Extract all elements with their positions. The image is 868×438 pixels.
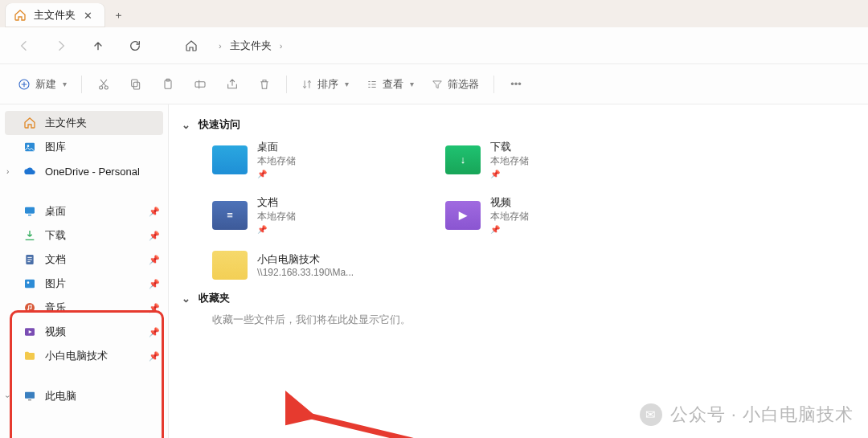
item-network-folder[interactable]: 小白电脑技术\\192.168.33.190\Ma... <box>212 251 413 280</box>
crumb-home[interactable]: 主文件夹 <box>230 39 272 53</box>
sidebar-item-label: 图库 <box>45 140 66 154</box>
download-icon <box>23 228 37 243</box>
pin-icon: 📌 <box>490 169 529 180</box>
sidebar-item-onedrive[interactable]: › OneDrive - Personal <box>0 159 168 183</box>
chevron-down-icon: ▾ <box>63 80 67 88</box>
refresh-button[interactable] <box>122 33 148 59</box>
pin-icon: 📌 <box>149 207 160 217</box>
svg-point-1 <box>100 86 103 89</box>
section-title: 快速访问 <box>199 117 240 132</box>
svg-point-2 <box>104 86 108 89</box>
breadcrumb[interactable]: › 主文件夹 › <box>219 39 282 53</box>
folder-videos-icon: ▶ <box>445 201 481 230</box>
up-button[interactable] <box>85 33 111 59</box>
pin-icon: 📌 <box>149 279 160 289</box>
sidebar-item-videos[interactable]: 视频 📌 <box>0 320 168 344</box>
new-label: 新建 <box>35 77 56 92</box>
folder-icon <box>23 349 37 363</box>
chevron-right-icon: › <box>219 41 222 51</box>
svg-rect-19 <box>25 392 35 399</box>
image-icon <box>23 140 37 154</box>
sidebar: 主文件夹 图库 › OneDrive - Personal 桌面 📌 下载 📌 <box>0 104 169 438</box>
sidebar-item-thispc[interactable]: › 此电脑 <box>0 384 168 408</box>
svg-rect-13 <box>25 280 35 289</box>
sidebar-item-label: 此电脑 <box>45 389 76 403</box>
svg-rect-11 <box>28 215 31 215</box>
video-icon <box>23 325 37 339</box>
forward-button[interactable] <box>48 33 74 59</box>
cut-button[interactable] <box>90 71 117 98</box>
sidebar-item-documents[interactable]: 文档 📌 <box>0 248 168 272</box>
svg-point-14 <box>27 281 30 284</box>
wechat-icon: ✉ <box>640 403 662 426</box>
toolbar: 新建 ▾ 排序 ▾ 查看 ▾ 筛选器 ••• <box>0 64 868 104</box>
svg-rect-4 <box>132 80 137 87</box>
svg-point-15 <box>25 303 35 313</box>
pin-icon: 📌 <box>149 231 160 241</box>
paste-button[interactable] <box>154 71 182 98</box>
item-desktop[interactable]: 桌面本地存储📌 <box>212 140 413 179</box>
folder-desktop-icon <box>212 145 248 174</box>
sidebar-item-label: 小白电脑技术 <box>45 349 108 363</box>
sidebar-item-desktop[interactable]: 桌面 📌 <box>0 199 168 223</box>
filter-label: 筛选器 <box>448 77 479 92</box>
chevron-right-icon[interactable]: › <box>6 167 9 176</box>
sort-button[interactable]: 排序 ▾ <box>295 71 355 98</box>
view-label: 查看 <box>383 77 403 92</box>
section-favorites[interactable]: ⌄ 收藏夹 <box>182 291 857 305</box>
nav-bar: › 主文件夹 › <box>0 27 868 64</box>
chevron-down-icon: ▾ <box>345 80 349 88</box>
chevron-down-icon: ⌄ <box>182 119 190 131</box>
pin-icon: 📌 <box>149 255 160 265</box>
back-button[interactable] <box>11 33 37 59</box>
quick-access-grid: 桌面本地存储📌 ↓ 下载本地存储📌 ≡ 文档本地存储📌 ▶ 视频本地存储📌 小白… <box>212 140 857 280</box>
sidebar-item-home[interactable]: 主文件夹 <box>5 111 163 135</box>
sidebar-item-pictures[interactable]: 图片 📌 <box>0 272 168 296</box>
tab-home[interactable]: 主文件夹 ✕ <box>5 3 105 27</box>
view-button[interactable]: 查看 ▾ <box>360 71 420 98</box>
svg-rect-3 <box>133 82 139 89</box>
section-quick-access[interactable]: ⌄ 快速访问 <box>182 117 857 132</box>
pin-icon: 📌 <box>149 351 160 362</box>
share-button[interactable] <box>219 71 246 98</box>
ellipsis-icon: ••• <box>510 78 522 90</box>
sidebar-item-label: 图片 <box>45 276 66 291</box>
section-title: 收藏夹 <box>199 291 230 305</box>
new-tab-button[interactable]: ＋ <box>105 3 131 27</box>
delete-button[interactable] <box>251 71 278 98</box>
rename-button[interactable] <box>186 71 214 98</box>
content-pane: ⌄ 快速访问 桌面本地存储📌 ↓ 下载本地存储📌 ≡ 文档本地存储📌 ▶ 视频本… <box>169 104 868 438</box>
copy-button[interactable] <box>122 71 149 98</box>
tab-strip: 主文件夹 ✕ ＋ <box>0 0 868 27</box>
filter-button[interactable]: 筛选器 <box>425 71 485 98</box>
item-downloads[interactable]: ↓ 下载本地存储📌 <box>445 140 646 179</box>
svg-rect-20 <box>28 399 31 400</box>
tab-close-icon[interactable]: ✕ <box>82 10 94 22</box>
image-icon <box>23 276 37 291</box>
desktop-icon <box>23 204 37 219</box>
music-icon <box>23 301 37 315</box>
more-button[interactable]: ••• <box>502 71 530 98</box>
sidebar-item-music[interactable]: 音乐 📌 <box>0 296 168 320</box>
sidebar-item-gallery[interactable]: 图库 <box>0 135 168 159</box>
sidebar-item-label: 主文件夹 <box>45 116 87 130</box>
item-videos[interactable]: ▶ 视频本地存储📌 <box>445 195 646 235</box>
item-documents[interactable]: ≡ 文档本地存储📌 <box>212 195 413 235</box>
monitor-icon <box>23 389 37 403</box>
sidebar-item-label: OneDrive - Personal <box>45 166 140 178</box>
pin-icon: 📌 <box>149 327 160 338</box>
sidebar-item-downloads[interactable]: 下载 📌 <box>0 223 168 248</box>
home-nav-icon[interactable] <box>178 33 204 59</box>
folder-downloads-icon: ↓ <box>445 145 481 174</box>
sidebar-item-label: 下载 <box>45 228 66 243</box>
sidebar-item-other[interactable]: 小白电脑技术 📌 <box>0 344 168 368</box>
sidebar-item-label: 音乐 <box>45 301 66 315</box>
sidebar-item-label: 文档 <box>45 252 66 267</box>
home-icon <box>13 8 27 23</box>
svg-point-17 <box>30 308 31 309</box>
pin-icon: 📌 <box>257 169 296 180</box>
chevron-down-icon[interactable]: › <box>3 395 12 397</box>
folder-documents-icon: ≡ <box>212 201 248 230</box>
folder-icon <box>212 251 248 280</box>
new-button[interactable]: 新建 ▾ <box>11 71 73 98</box>
